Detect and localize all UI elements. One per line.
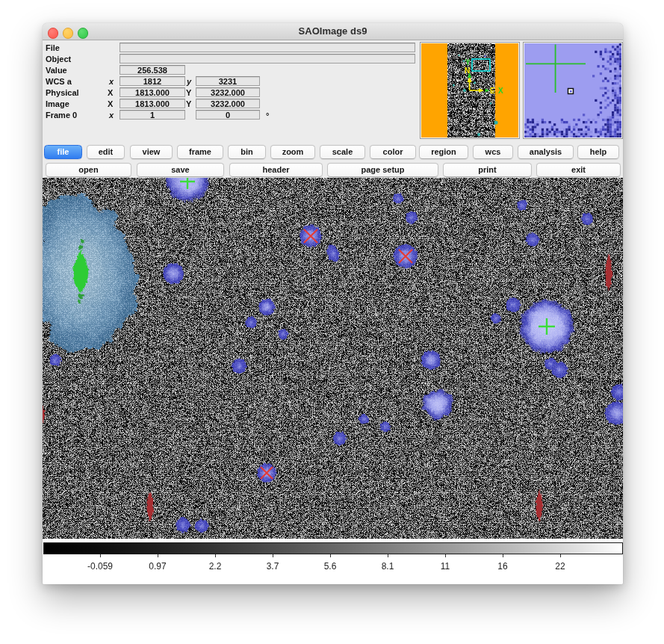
- svg-text:N: N: [465, 66, 470, 75]
- svg-text:E: E: [490, 87, 495, 95]
- svg-text:Y: Y: [465, 58, 471, 66]
- svg-text:X: X: [498, 87, 503, 95]
